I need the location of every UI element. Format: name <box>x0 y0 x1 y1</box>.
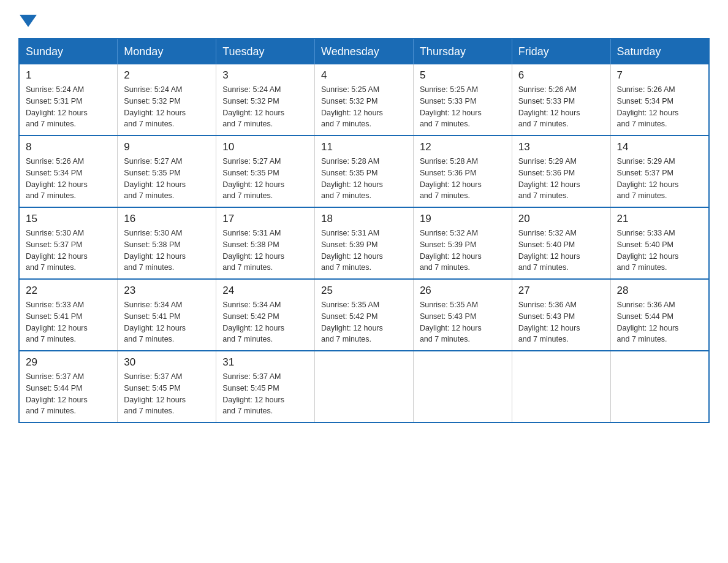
column-header-tuesday: Tuesday <box>216 39 315 64</box>
day-number: 7 <box>617 69 702 82</box>
calendar-cell: 12Sunrise: 5:28 AMSunset: 5:36 PMDayligh… <box>413 136 512 207</box>
day-info: Sunrise: 5:35 AMSunset: 5:43 PMDaylight:… <box>420 299 506 345</box>
calendar-cell <box>315 351 414 423</box>
calendar-cell: 29Sunrise: 5:37 AMSunset: 5:44 PMDayligh… <box>19 351 118 423</box>
day-info: Sunrise: 5:31 AMSunset: 5:39 PMDaylight:… <box>321 228 407 274</box>
day-number: 16 <box>124 213 210 225</box>
column-header-thursday: Thursday <box>413 39 512 64</box>
calendar-cell: 6Sunrise: 5:26 AMSunset: 5:33 PMDaylight… <box>512 64 610 136</box>
day-number: 29 <box>26 356 111 369</box>
calendar-cell: 20Sunrise: 5:32 AMSunset: 5:40 PMDayligh… <box>512 207 610 279</box>
calendar-cell: 14Sunrise: 5:29 AMSunset: 5:37 PMDayligh… <box>610 136 709 207</box>
calendar-cell: 11Sunrise: 5:28 AMSunset: 5:35 PMDayligh… <box>315 136 414 207</box>
column-header-saturday: Saturday <box>610 39 709 64</box>
calendar-cell: 19Sunrise: 5:32 AMSunset: 5:39 PMDayligh… <box>413 207 512 279</box>
day-number: 12 <box>420 141 506 153</box>
day-number: 23 <box>124 285 210 297</box>
day-number: 1 <box>26 69 111 82</box>
page-header <box>18 12 710 26</box>
day-number: 4 <box>321 69 407 82</box>
week-row-3: 15Sunrise: 5:30 AMSunset: 5:37 PMDayligh… <box>19 207 709 279</box>
day-number: 27 <box>518 285 604 297</box>
calendar-cell: 27Sunrise: 5:36 AMSunset: 5:43 PMDayligh… <box>512 279 610 351</box>
day-info: Sunrise: 5:27 AMSunset: 5:35 PMDaylight:… <box>124 156 210 202</box>
day-number: 25 <box>321 285 407 297</box>
day-info: Sunrise: 5:37 AMSunset: 5:44 PMDaylight:… <box>26 371 111 417</box>
calendar-cell <box>610 351 709 423</box>
calendar-cell: 1Sunrise: 5:24 AMSunset: 5:31 PMDaylight… <box>19 64 118 136</box>
calendar-cell: 4Sunrise: 5:25 AMSunset: 5:32 PMDaylight… <box>315 64 414 136</box>
calendar-cell: 2Sunrise: 5:24 AMSunset: 5:32 PMDaylight… <box>118 64 216 136</box>
day-number: 26 <box>420 285 506 297</box>
day-number: 10 <box>222 141 308 153</box>
day-info: Sunrise: 5:32 AMSunset: 5:39 PMDaylight:… <box>420 228 506 274</box>
calendar-cell: 24Sunrise: 5:34 AMSunset: 5:42 PMDayligh… <box>216 279 315 351</box>
logo <box>18 12 37 26</box>
day-number: 22 <box>26 285 111 297</box>
calendar-cell: 21Sunrise: 5:33 AMSunset: 5:40 PMDayligh… <box>610 207 709 279</box>
day-number: 15 <box>26 213 111 225</box>
day-number: 21 <box>617 213 702 225</box>
calendar-cell: 16Sunrise: 5:30 AMSunset: 5:38 PMDayligh… <box>118 207 216 279</box>
day-info: Sunrise: 5:33 AMSunset: 5:40 PMDaylight:… <box>617 228 702 274</box>
day-number: 5 <box>420 69 506 82</box>
calendar-cell: 9Sunrise: 5:27 AMSunset: 5:35 PMDaylight… <box>118 136 216 207</box>
day-info: Sunrise: 5:28 AMSunset: 5:35 PMDaylight:… <box>321 156 407 202</box>
day-info: Sunrise: 5:26 AMSunset: 5:33 PMDaylight:… <box>518 84 604 130</box>
logo-triangle-icon <box>20 15 37 27</box>
day-number: 6 <box>518 69 604 82</box>
day-info: Sunrise: 5:24 AMSunset: 5:32 PMDaylight:… <box>124 84 210 130</box>
column-header-wednesday: Wednesday <box>315 39 414 64</box>
column-header-friday: Friday <box>512 39 610 64</box>
day-number: 19 <box>420 213 506 225</box>
day-number: 28 <box>617 285 702 297</box>
day-info: Sunrise: 5:25 AMSunset: 5:33 PMDaylight:… <box>420 84 506 130</box>
column-header-sunday: Sunday <box>19 39 118 64</box>
calendar-cell: 31Sunrise: 5:37 AMSunset: 5:45 PMDayligh… <box>216 351 315 423</box>
day-info: Sunrise: 5:29 AMSunset: 5:36 PMDaylight:… <box>518 156 604 202</box>
day-info: Sunrise: 5:32 AMSunset: 5:40 PMDaylight:… <box>518 228 604 274</box>
column-header-monday: Monday <box>118 39 216 64</box>
day-number: 24 <box>222 285 308 297</box>
day-number: 20 <box>518 213 604 225</box>
day-info: Sunrise: 5:35 AMSunset: 5:42 PMDaylight:… <box>321 299 407 345</box>
day-number: 8 <box>26 141 111 153</box>
calendar-cell: 3Sunrise: 5:24 AMSunset: 5:32 PMDaylight… <box>216 64 315 136</box>
calendar-header-row: SundayMondayTuesdayWednesdayThursdayFrid… <box>19 39 709 64</box>
day-number: 17 <box>222 213 308 225</box>
day-number: 31 <box>222 356 308 369</box>
day-info: Sunrise: 5:30 AMSunset: 5:38 PMDaylight:… <box>124 228 210 274</box>
calendar-cell: 30Sunrise: 5:37 AMSunset: 5:45 PMDayligh… <box>118 351 216 423</box>
week-row-2: 8Sunrise: 5:26 AMSunset: 5:34 PMDaylight… <box>19 136 709 207</box>
week-row-4: 22Sunrise: 5:33 AMSunset: 5:41 PMDayligh… <box>19 279 709 351</box>
day-info: Sunrise: 5:34 AMSunset: 5:41 PMDaylight:… <box>124 299 210 345</box>
day-info: Sunrise: 5:30 AMSunset: 5:37 PMDaylight:… <box>26 228 111 274</box>
day-number: 2 <box>124 69 210 82</box>
calendar-cell: 7Sunrise: 5:26 AMSunset: 5:34 PMDaylight… <box>610 64 709 136</box>
calendar-cell: 8Sunrise: 5:26 AMSunset: 5:34 PMDaylight… <box>19 136 118 207</box>
day-number: 18 <box>321 213 407 225</box>
day-info: Sunrise: 5:37 AMSunset: 5:45 PMDaylight:… <box>124 371 210 417</box>
day-info: Sunrise: 5:28 AMSunset: 5:36 PMDaylight:… <box>420 156 506 202</box>
calendar-cell: 10Sunrise: 5:27 AMSunset: 5:35 PMDayligh… <box>216 136 315 207</box>
day-info: Sunrise: 5:24 AMSunset: 5:31 PMDaylight:… <box>26 84 111 130</box>
day-info: Sunrise: 5:37 AMSunset: 5:45 PMDaylight:… <box>222 371 308 417</box>
calendar-cell <box>512 351 610 423</box>
week-row-5: 29Sunrise: 5:37 AMSunset: 5:44 PMDayligh… <box>19 351 709 423</box>
day-info: Sunrise: 5:34 AMSunset: 5:42 PMDaylight:… <box>222 299 308 345</box>
day-info: Sunrise: 5:29 AMSunset: 5:37 PMDaylight:… <box>617 156 702 202</box>
week-row-1: 1Sunrise: 5:24 AMSunset: 5:31 PMDaylight… <box>19 64 709 136</box>
calendar-cell: 26Sunrise: 5:35 AMSunset: 5:43 PMDayligh… <box>413 279 512 351</box>
day-info: Sunrise: 5:33 AMSunset: 5:41 PMDaylight:… <box>26 299 111 345</box>
day-number: 13 <box>518 141 604 153</box>
calendar-cell: 15Sunrise: 5:30 AMSunset: 5:37 PMDayligh… <box>19 207 118 279</box>
day-number: 11 <box>321 141 407 153</box>
day-info: Sunrise: 5:36 AMSunset: 5:43 PMDaylight:… <box>518 299 604 345</box>
calendar-table: SundayMondayTuesdayWednesdayThursdayFrid… <box>18 38 710 423</box>
calendar-cell: 28Sunrise: 5:36 AMSunset: 5:44 PMDayligh… <box>610 279 709 351</box>
day-number: 14 <box>617 141 702 153</box>
calendar-cell: 17Sunrise: 5:31 AMSunset: 5:38 PMDayligh… <box>216 207 315 279</box>
calendar-cell: 25Sunrise: 5:35 AMSunset: 5:42 PMDayligh… <box>315 279 414 351</box>
calendar-cell <box>413 351 512 423</box>
calendar-cell: 23Sunrise: 5:34 AMSunset: 5:41 PMDayligh… <box>118 279 216 351</box>
